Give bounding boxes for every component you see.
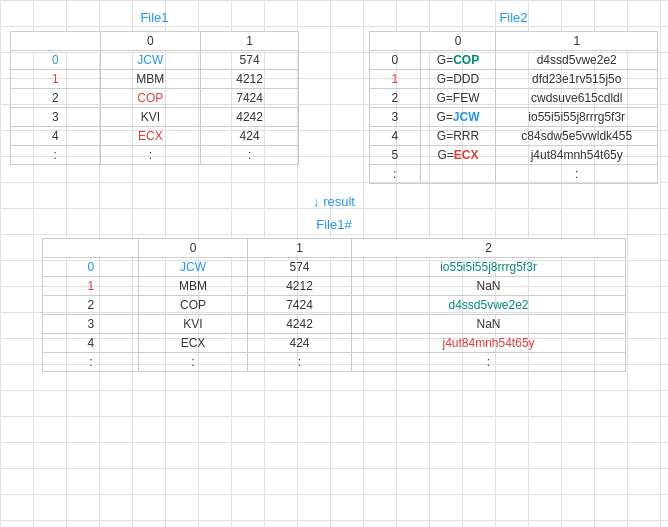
file1hash-row-col2-3: NaN (352, 315, 625, 334)
file2-row-index-3: 3 (370, 108, 421, 127)
file2-row-col1-3: io55i5i55j8rrrg5f3r (496, 108, 658, 127)
file1hash-body: 0JCW574io55i5i55j8rrrg5f3r1MBM4212NaN2CO… (43, 258, 625, 372)
file1hash-row-index-5: : (43, 353, 139, 372)
file2-row-col0-5: G=ECX (420, 146, 496, 165)
file2-row-col0-1: G=DDD (420, 70, 496, 89)
file1-row-2: 2COP7424 (11, 89, 299, 108)
file1-row-col1-0: 574 (201, 51, 299, 70)
file1-row-col0-5: : (100, 146, 201, 165)
file1hash-row-col2-0: io55i5i55j8rrrg5f3r (352, 258, 625, 277)
file2-row-0: 0G=COPd4ssd5vwe2e2 (370, 51, 658, 70)
file1-row-index-3: 3 (11, 108, 101, 127)
file1hash-row-col0-0: JCW (139, 258, 247, 277)
file1-row-col0-1: MBM (100, 70, 201, 89)
result-arrow: ↓ result (10, 194, 658, 209)
file2-table: 0 1 0G=COPd4ssd5vwe2e21G=DDDdfd23e1rv515… (369, 31, 658, 184)
file2-row-col1-1: dfd23e1rv515j5o (496, 70, 658, 89)
file2-row-4: 4G=RRRc84sdw5e5vwldk455 (370, 127, 658, 146)
file1hash-row-col0-1: MBM (139, 277, 247, 296)
file1hash-row-col0-5: : (139, 353, 247, 372)
file1-row-col1-5: : (201, 146, 299, 165)
file2-row-6: :: (370, 165, 658, 184)
file1hash-row-5: :::: (43, 353, 625, 372)
file1-section: File1 0 1 0JCW5741MBM42122COP74243KVI424… (10, 10, 299, 165)
file1-row-col0-2: COP (100, 89, 201, 108)
file1-row-col1-4: 424 (201, 127, 299, 146)
file2-section: File2 0 1 0G=COPd4ssd5vwe2e21G=DDDdfd23e… (369, 10, 658, 184)
file1-row-index-0: 0 (11, 51, 101, 70)
file1hash-row-col1-3: 4242 (247, 315, 352, 334)
file1-row-1: 1MBM4212 (11, 70, 299, 89)
file1-row-4: 4ECX424 (11, 127, 299, 146)
file1hash-row-col2-2: d4ssd5vwe2e2 (352, 296, 625, 315)
file1hash-row-col1-1: 4212 (247, 277, 352, 296)
file1hash-row-col1-5: : (247, 353, 352, 372)
file1hash-table: 0 1 2 0JCW574io55i5i55j8rrrg5f3r1MBM4212… (42, 238, 625, 372)
file1hash-row-0: 0JCW574io55i5i55j8rrrg5f3r (43, 258, 625, 277)
file1-row-index-2: 2 (11, 89, 101, 108)
file1hash-col-2: 2 (352, 239, 625, 258)
file1-row-col1-1: 4212 (201, 70, 299, 89)
file1-row-col0-0: JCW (100, 51, 201, 70)
file1-row-index-5: : (11, 146, 101, 165)
file2-row-5: 5G=ECXj4ut84mnh54t65y (370, 146, 658, 165)
top-tables-row: File1 0 1 0JCW5741MBM42122COP74243KVI424… (10, 10, 658, 184)
file2-body: 0G=COPd4ssd5vwe2e21G=DDDdfd23e1rv515j5o2… (370, 51, 658, 184)
file1hash-row-1: 1MBM4212NaN (43, 277, 625, 296)
file1hash-row-index-4: 4 (43, 334, 139, 353)
file2-row-col0-6 (420, 165, 496, 184)
file1-col-empty (11, 32, 101, 51)
file1-col-0: 0 (100, 32, 201, 51)
file2-row-index-0: 0 (370, 51, 421, 70)
file2-title: File2 (369, 10, 658, 25)
file1hash-row-index-1: 1 (43, 277, 139, 296)
file2-row-col0-0: G=COP (420, 51, 496, 70)
file2-row-col1-6: : (496, 165, 658, 184)
page: File1 0 1 0JCW5741MBM42122COP74243KVI424… (0, 0, 668, 527)
file2-row-3: 3G=JCWio55i5i55j8rrrg5f3r (370, 108, 658, 127)
file2-col-empty (370, 32, 421, 51)
file1hash-header-row: 0 1 2 (43, 239, 625, 258)
file1-body: 0JCW5741MBM42122COP74243KVI42424ECX424::… (11, 51, 299, 165)
file2-row-col0-4: G=RRR (420, 127, 496, 146)
file1hash-col-1: 1 (247, 239, 352, 258)
file1-row-0: 0JCW574 (11, 51, 299, 70)
file1-row-col1-3: 4242 (201, 108, 299, 127)
file2-row-col0-2: G=FEW (420, 89, 496, 108)
file1hash-row-col1-4: 424 (247, 334, 352, 353)
file1hash-row-col0-4: ECX (139, 334, 247, 353)
file2-row-col1-0: d4ssd5vwe2e2 (496, 51, 658, 70)
file2-row-index-2: 2 (370, 89, 421, 108)
file1-row-5: ::: (11, 146, 299, 165)
file1hash-row-index-2: 2 (43, 296, 139, 315)
file1-row-3: 3KVI4242 (11, 108, 299, 127)
file1hash-row-col0-3: KVI (139, 315, 247, 334)
file1-row-col0-4: ECX (100, 127, 201, 146)
file1hash-col-0: 0 (139, 239, 247, 258)
file1-col-1: 1 (201, 32, 299, 51)
file2-row-col1-4: c84sdw5e5vwldk455 (496, 127, 658, 146)
file2-row-index-5: 5 (370, 146, 421, 165)
file1hash-row-2: 2COP7424d4ssd5vwe2e2 (43, 296, 625, 315)
file1hash-row-col1-2: 7424 (247, 296, 352, 315)
file1-title: File1 (10, 10, 299, 25)
file2-col-0: 0 (420, 32, 496, 51)
file1-row-col1-2: 7424 (201, 89, 299, 108)
file1hash-row-col2-1: NaN (352, 277, 625, 296)
file2-row-col1-2: cwdsuve615cdldl (496, 89, 658, 108)
file1hash-col-empty (43, 239, 139, 258)
file2-col-1: 1 (496, 32, 658, 51)
file1-table: 0 1 0JCW5741MBM42122COP74243KVI42424ECX4… (10, 31, 299, 165)
file2-row-1: 1G=DDDdfd23e1rv515j5o (370, 70, 658, 89)
file1hash-row-3: 3KVI4242NaN (43, 315, 625, 334)
file1-header-row: 0 1 (11, 32, 299, 51)
file2-row-col0-3: G=JCW (420, 108, 496, 127)
file1hash-row-col2-4: j4ut84mnh54t65y (352, 334, 625, 353)
file1hash-row-4: 4ECX424j4ut84mnh54t65y (43, 334, 625, 353)
file2-row-col1-5: j4ut84mnh54t65y (496, 146, 658, 165)
file1hash-row-index-3: 3 (43, 315, 139, 334)
file1-row-col0-3: KVI (100, 108, 201, 127)
file1-row-index-1: 1 (11, 70, 101, 89)
file1hash-row-col0-2: COP (139, 296, 247, 315)
file1hash-row-col2-5: : (352, 353, 625, 372)
